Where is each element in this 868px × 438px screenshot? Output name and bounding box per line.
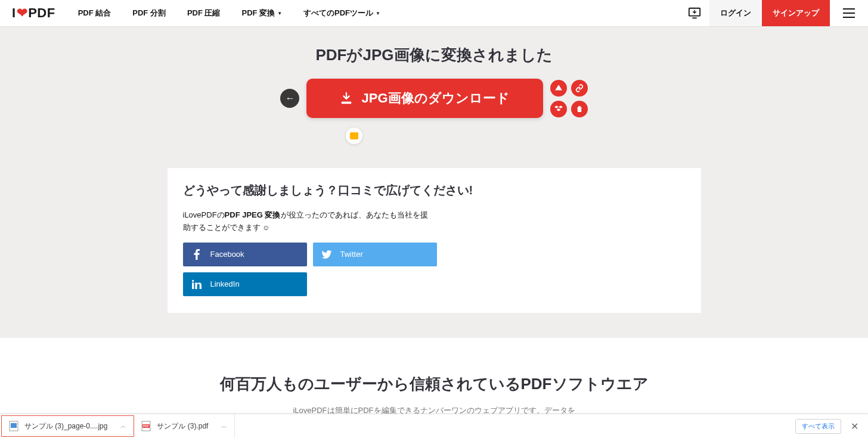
chevron-up-icon[interactable]: ︿ — [221, 422, 227, 430]
pdf-file-icon: PDF — [141, 421, 151, 431]
show-all-downloads-button[interactable]: すべて表示 — [795, 419, 841, 434]
nav-right: ログイン サインアップ — [680, 0, 868, 26]
close-downloads-button[interactable]: ✕ — [848, 418, 861, 434]
facebook-share-button[interactable]: Facebook — [183, 243, 307, 266]
download-item-1[interactable]: サンプル (3)_page-0....jpg ︿ — [1, 415, 134, 437]
hamburger-menu[interactable] — [830, 0, 868, 26]
trash-icon — [576, 105, 583, 113]
share-title: どうやって感謝しましょう？口コミで広げてください! — [183, 182, 686, 198]
linkedin-label: LinkedIn — [210, 279, 240, 288]
linkedin-icon — [183, 279, 210, 289]
twitter-share-button[interactable]: Twitter — [313, 243, 437, 266]
drive-icon — [554, 84, 563, 92]
signup-button[interactable]: サインアップ — [762, 0, 830, 26]
facebook-icon — [183, 249, 210, 260]
nav-compress[interactable]: PDF 圧縮 — [176, 0, 231, 26]
share-description: iLovePDFのPDF JPEG 変換が役立ったのであれば、あなたも当社を援助… — [183, 209, 433, 234]
download-item-2[interactable]: PDF サンプル (3).pdf ︿ — [134, 414, 235, 438]
logo-suffix: PDF — [28, 5, 55, 21]
desktop-download-icon[interactable] — [680, 0, 709, 26]
nav-all-tools[interactable]: すべてのPDFツール ▼ — [293, 0, 391, 26]
nav-merge[interactable]: PDF 結合 — [67, 0, 122, 26]
download-button[interactable]: JPG画像のダウンロード — [306, 79, 542, 118]
google-drive-button[interactable] — [550, 80, 567, 97]
facebook-label: Facebook — [210, 250, 244, 259]
download-row: ← JPG画像のダウンロード — [0, 79, 868, 118]
download-bar-right: すべて表示 ✕ — [795, 418, 868, 434]
download-label: JPG画像のダウンロード — [361, 89, 509, 107]
preview-badge[interactable] — [346, 128, 362, 144]
download-icon — [340, 92, 353, 105]
svg-rect-5 — [342, 102, 352, 104]
lower-title: 何百万人ものユーザーから信頼されているPDFソフトウエア — [0, 374, 868, 394]
caret-down-icon: ▼ — [376, 11, 380, 16]
arrow-left-icon: ← — [285, 93, 294, 104]
twitter-label: Twitter — [340, 250, 363, 259]
smile-icon: ☺ — [262, 223, 269, 232]
top-navigation: I ❤ PDF PDF 結合 PDF 分割 PDF 圧縮 PDF 変換 ▼ すべ… — [0, 0, 868, 27]
chevron-up-icon[interactable]: ︿ — [120, 422, 126, 430]
svg-text:PDF: PDF — [143, 424, 149, 428]
nav-split[interactable]: PDF 分割 — [122, 0, 176, 26]
jpg-file-icon — [9, 421, 18, 431]
logo[interactable]: I ❤ PDF — [0, 5, 67, 21]
share-card: どうやって感謝しましょう？口コミで広げてください! iLovePDFのPDF J… — [168, 168, 701, 313]
caret-down-icon: ▼ — [277, 11, 282, 16]
download-filename-1: サンプル (3)_page-0....jpg — [24, 421, 107, 431]
nav-convert[interactable]: PDF 変換 ▼ — [231, 0, 293, 26]
linkedin-share-button[interactable]: LinkedIn — [183, 272, 307, 296]
back-button[interactable]: ← — [280, 89, 299, 108]
twitter-icon — [313, 250, 340, 259]
share-buttons: Facebook Twitter LinkedIn — [183, 243, 439, 296]
logo-prefix: I — [12, 5, 16, 21]
svg-rect-7 — [11, 423, 17, 428]
login-button[interactable]: ログイン — [709, 0, 762, 26]
delete-button[interactable] — [571, 101, 588, 117]
page-title: PDFがJPG画像に変換されました — [0, 45, 868, 66]
link-icon — [575, 84, 584, 92]
dropbox-icon — [554, 105, 563, 113]
download-filename-2: サンプル (3).pdf — [157, 421, 208, 431]
image-icon — [350, 132, 358, 139]
nav-left: I ❤ PDF PDF 結合 PDF 分割 PDF 圧縮 PDF 変換 ▼ すべ… — [0, 0, 391, 26]
download-items: サンプル (3)_page-0....jpg ︿ PDF サンプル (3).pd… — [0, 414, 235, 438]
nav-items: PDF 結合 PDF 分割 PDF 圧縮 PDF 変換 ▼ すべてのPDFツール… — [67, 0, 391, 26]
action-buttons — [550, 80, 588, 117]
lower-section: 何百万人ものユーザーから信頼されているPDFソフトウエア iLovePDFは簡単… — [0, 338, 868, 416]
main-content: PDFがJPG画像に変換されました ← JPG画像のダウンロード — [0, 27, 868, 313]
link-button[interactable] — [571, 80, 588, 97]
heart-icon: ❤ — [17, 5, 28, 21]
browser-download-bar: サンプル (3)_page-0....jpg ︿ PDF サンプル (3).pd… — [0, 414, 868, 438]
dropbox-button[interactable] — [550, 101, 567, 117]
